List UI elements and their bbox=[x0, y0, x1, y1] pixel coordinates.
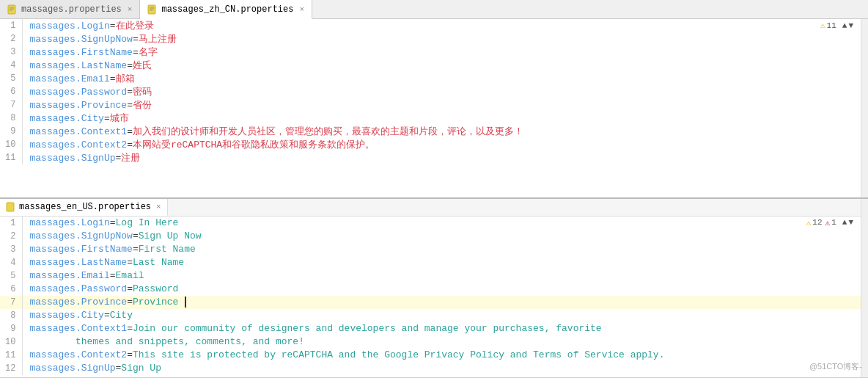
val-cn: 邮箱 bbox=[116, 73, 135, 84]
key-part: massages.Province bbox=[30, 297, 128, 308]
key-part: massages.Login bbox=[30, 21, 110, 32]
line-code: massages.Context1=Join our community of … bbox=[22, 322, 868, 335]
table-row: 9massages.Context1=Join our community of… bbox=[0, 322, 868, 335]
val-cn: 在此登录 bbox=[116, 21, 154, 32]
tab-massages-zh-cn[interactable]: massages_zh_CN.properties × bbox=[140, 0, 312, 19]
val-part: Join our community of designers and deve… bbox=[133, 323, 602, 334]
line-number: 10 bbox=[0, 335, 22, 349]
table-row: 2massages.SignUpNow=马上注册 bbox=[0, 32, 868, 46]
line-code: massages.City=城市 bbox=[22, 112, 868, 125]
file-section-1: ⚠ 11 ▲ ▼ 1massages.Login=在此登录2massages.S… bbox=[0, 19, 868, 199]
line-number: 9 bbox=[0, 322, 22, 335]
line-number: 5 bbox=[0, 269, 22, 283]
table-row: 3massages.FirstName=First Name bbox=[0, 243, 868, 256]
val-cn: 姓氏 bbox=[133, 60, 152, 71]
line-code: themes and snippets, comments, and more! bbox=[22, 335, 868, 349]
eq-part: = bbox=[110, 21, 116, 32]
val-part: This site is protected by reCAPTCHA and … bbox=[133, 349, 665, 360]
line-number: 5 bbox=[0, 72, 22, 85]
line-code: massages.City=City bbox=[22, 309, 868, 322]
line-number: 8 bbox=[0, 309, 22, 322]
error-count-2: 1 bbox=[831, 218, 836, 227]
scrollbar-gutter-1[interactable] bbox=[861, 19, 868, 197]
key-part: massages.Context2 bbox=[30, 349, 128, 360]
nav-arrows-2: ▲ ▼ bbox=[842, 218, 853, 227]
key-part: massages.Login bbox=[30, 217, 110, 228]
nav-up-2[interactable]: ▲ bbox=[842, 218, 847, 227]
svg-rect-0 bbox=[8, 5, 15, 14]
val-cn: 注册 bbox=[121, 153, 140, 164]
line-code: massages.SignUpNow=Sign Up Now bbox=[22, 230, 868, 243]
table-row: 7massages.Province=省份 bbox=[0, 98, 868, 112]
val-part: First Name bbox=[139, 244, 196, 255]
line-number: 6 bbox=[0, 283, 22, 296]
eq-part: = bbox=[127, 139, 133, 150]
table-row: 4massages.LastName=Last Name bbox=[0, 256, 868, 269]
nav-up-1[interactable]: ▲ bbox=[842, 21, 847, 30]
line-code: massages.FirstName=First Name bbox=[22, 243, 868, 256]
warn-badge-2: ⚠ 12 bbox=[806, 218, 823, 228]
tab-close-active-icon[interactable]: × bbox=[299, 5, 304, 14]
eq-part: = bbox=[127, 257, 133, 268]
file-tab-close-icon[interactable]: × bbox=[156, 203, 161, 211]
code-table-2: 1massages.Login=Log In Here2massages.Sig… bbox=[0, 217, 868, 375]
key-part: massages.Password bbox=[30, 283, 128, 294]
properties-file-icon bbox=[7, 4, 18, 15]
eq-part: = bbox=[127, 349, 133, 360]
line-number: 6 bbox=[0, 85, 22, 98]
eq-part: = bbox=[110, 73, 116, 84]
code-table-1: 1massages.Login=在此登录2massages.SignUpNow=… bbox=[0, 19, 868, 164]
error-badge-2: ⚠ 1 bbox=[825, 218, 836, 228]
line-number: 11 bbox=[0, 151, 22, 164]
key-part: massages.City bbox=[30, 310, 104, 321]
line-code: massages.SignUp=注册 bbox=[22, 151, 868, 164]
eq-part: = bbox=[133, 34, 139, 45]
line-code: massages.Password=Password bbox=[22, 283, 868, 296]
eq-part: = bbox=[127, 297, 133, 308]
code-area-2[interactable]: ⚠ 12 ⚠ 1 ▲ ▼ 1mass bbox=[0, 217, 868, 378]
eq-part: = bbox=[127, 100, 133, 111]
line-code: massages.Context2=本网站受reCAPTCHA和谷歌隐私政策和服… bbox=[22, 138, 868, 151]
tab-close-icon[interactable]: × bbox=[128, 5, 133, 14]
line-number: 2 bbox=[0, 230, 22, 243]
val-cn: 密码 bbox=[133, 87, 152, 98]
line-number: 4 bbox=[0, 256, 22, 269]
table-row: 6massages.Password=Password bbox=[0, 283, 868, 296]
key-part: massages.Context2 bbox=[30, 139, 128, 150]
key-part: massages.FirstName bbox=[30, 244, 133, 255]
table-row: 8massages.City=City bbox=[0, 309, 868, 322]
table-row: 11massages.SignUp=注册 bbox=[0, 151, 868, 164]
warn-badge-1: ⚠ 11 bbox=[820, 21, 836, 30]
line-code: massages.Login=在此登录 bbox=[22, 19, 868, 32]
line-number: 4 bbox=[0, 59, 22, 72]
watermark: @51CTO博客- bbox=[809, 361, 862, 372]
nav-arrows-1: ▲ ▼ bbox=[842, 21, 853, 30]
line-number: 1 bbox=[0, 217, 22, 230]
properties-file-icon-3 bbox=[6, 202, 16, 212]
val-cn: 城市 bbox=[110, 113, 129, 124]
file-tab-en-us[interactable]: massages_en_US.properties × bbox=[0, 199, 168, 216]
tab-massages-properties[interactable]: massages.properties × bbox=[0, 0, 140, 18]
line-number: 7 bbox=[0, 296, 22, 309]
table-row: 2massages.SignUpNow=Sign Up Now bbox=[0, 230, 868, 243]
nav-down-1[interactable]: ▼ bbox=[848, 21, 853, 30]
scrollbar-gutter-2[interactable] bbox=[861, 199, 868, 378]
properties-file-icon-2 bbox=[147, 4, 158, 15]
key-part: massages.LastName bbox=[30, 257, 128, 268]
eq-part: = bbox=[104, 310, 110, 321]
line-code: massages.Context2=This site is protected… bbox=[22, 349, 868, 362]
line-number: 12 bbox=[0, 362, 22, 375]
key-part: massages.Context1 bbox=[30, 126, 128, 137]
code-area-1[interactable]: ⚠ 11 ▲ ▼ 1massages.Login=在此登录2massages.S… bbox=[0, 19, 868, 197]
eq-part: = bbox=[110, 270, 116, 281]
line-number: 2 bbox=[0, 32, 22, 46]
editor-pane: ⚠ 11 ▲ ▼ 1massages.Login=在此登录2massages.S… bbox=[0, 19, 868, 378]
nav-down-2[interactable]: ▼ bbox=[848, 218, 853, 227]
editor-container: massages.properties × massages_zh_CN.pro… bbox=[0, 0, 868, 378]
val-cn: 本网站受reCAPTCHA和谷歌隐私政策和服务条款的保护。 bbox=[133, 139, 375, 150]
key-part: massages.Password bbox=[30, 87, 128, 98]
warning-triangle-icon-2: ⚠ bbox=[806, 218, 812, 228]
key-part: massages.FirstName bbox=[30, 47, 133, 58]
table-row: 5massages.Email=Email bbox=[0, 269, 868, 283]
eq-part: = bbox=[127, 60, 133, 71]
